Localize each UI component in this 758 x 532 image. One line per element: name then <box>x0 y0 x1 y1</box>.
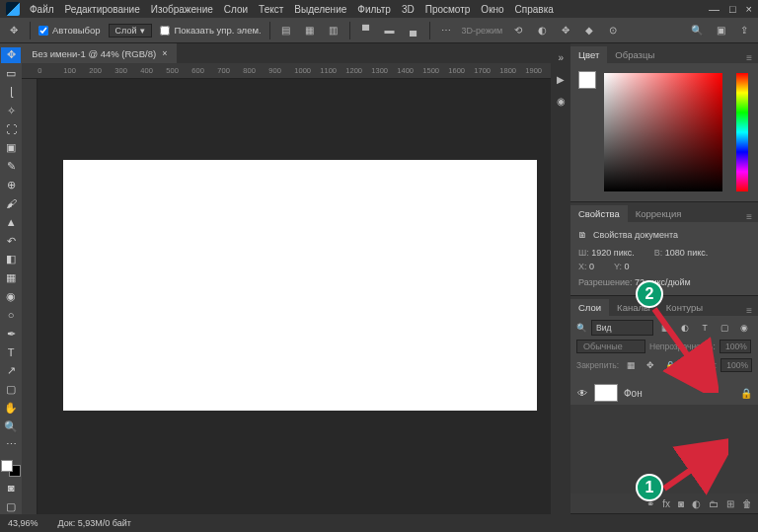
ruler-vertical[interactable] <box>22 79 38 514</box>
visibility-icon[interactable]: 👁 <box>576 388 588 399</box>
share-icon[interactable]: ⇪ <box>736 23 752 38</box>
layer-filter[interactable]: Вид <box>591 320 653 336</box>
foreground-color[interactable] <box>578 71 596 89</box>
tool-lasso[interactable]: ɭ <box>1 85 21 101</box>
tool-quickmask[interactable]: ◙ <box>1 480 21 495</box>
tool-screenmode[interactable]: ▢ <box>1 498 21 514</box>
new-layer-icon[interactable]: ⊞ <box>726 498 734 509</box>
doc-info[interactable]: Док: 5,93M/0 байт <box>58 518 131 528</box>
color-swatches[interactable] <box>1 460 21 478</box>
tab-close-icon[interactable]: × <box>162 48 167 58</box>
blend-mode-dropdown[interactable]: Обычные <box>576 340 645 353</box>
expand-panels-icon[interactable]: » <box>553 49 568 65</box>
panel-menu-icon[interactable]: ≡ <box>740 52 758 63</box>
tool-hand[interactable]: ✋ <box>1 400 21 416</box>
tool-blur[interactable]: ◉ <box>1 289 21 305</box>
align-right-icon[interactable]: ▥ <box>326 23 341 38</box>
align-bottom-icon[interactable]: ▄ <box>406 23 421 38</box>
tool-brush[interactable]: 🖌 <box>1 196 21 212</box>
menu-3d[interactable]: 3D <box>402 4 415 15</box>
layer-mask-icon[interactable]: ◙ <box>678 498 684 509</box>
group-icon[interactable]: 🗀 <box>709 498 719 509</box>
tool-path[interactable]: ↗ <box>1 363 21 379</box>
menu-select[interactable]: Выделение <box>294 4 346 15</box>
tool-pen[interactable]: ✒ <box>1 326 21 342</box>
layer-thumb[interactable] <box>594 384 618 402</box>
color-picker[interactable] <box>604 73 722 191</box>
tool-marquee[interactable]: ▭ <box>1 66 21 82</box>
minimize-icon[interactable]: — <box>709 3 720 15</box>
tool-healing[interactable]: ⊕ <box>1 178 21 193</box>
3d-roll-icon[interactable]: ◐ <box>534 23 550 38</box>
workspace-icon[interactable]: ▣ <box>713 23 728 38</box>
lock-all-icon[interactable]: 🔒 <box>662 357 678 373</box>
tool-wand[interactable]: ✧ <box>1 103 21 118</box>
search-icon[interactable]: 🔍 <box>689 23 705 38</box>
filter-smart-icon[interactable]: ◉ <box>736 320 752 336</box>
filter-adjust-icon[interactable]: ◐ <box>677 320 693 336</box>
align-middle-icon[interactable]: ▬ <box>382 23 398 38</box>
tool-gradient[interactable]: ▦ <box>1 270 21 286</box>
close-icon[interactable]: × <box>746 3 752 15</box>
panel-menu-icon-2[interactable]: ≡ <box>740 211 758 222</box>
layer-style-icon[interactable]: fx <box>662 498 670 509</box>
opacity-value[interactable]: 100% <box>720 340 751 353</box>
tool-eyedropper[interactable]: ✎ <box>1 159 21 175</box>
lock-icon[interactable]: 🔒 <box>740 388 752 399</box>
maximize-icon[interactable]: □ <box>729 3 736 15</box>
delete-layer-icon[interactable]: 🗑 <box>742 498 752 509</box>
hue-slider[interactable] <box>736 73 748 191</box>
tool-stamp[interactable]: ▲ <box>1 214 21 230</box>
auto-select-check[interactable]: Автовыбор <box>38 25 101 36</box>
tool-dodge[interactable]: ○ <box>1 307 21 323</box>
tool-text[interactable]: T <box>1 344 21 360</box>
layer-dropdown[interactable]: Слой▾ <box>109 24 153 38</box>
align-top-icon[interactable]: ▀ <box>358 23 374 38</box>
filter-pixel-icon[interactable]: ▦ <box>657 320 673 336</box>
canvas-viewport[interactable] <box>38 79 551 514</box>
filter-text-icon[interactable]: T <box>697 320 713 336</box>
tab-color[interactable]: Цвет <box>570 46 607 63</box>
menu-file[interactable]: Файл <box>30 4 54 15</box>
canvas[interactable] <box>63 160 537 411</box>
lock-pixels-icon[interactable]: ▦ <box>623 357 639 373</box>
align-center-icon[interactable]: ▦ <box>302 23 318 38</box>
tool-edit-toolbar[interactable]: ⋯ <box>1 437 21 453</box>
menu-filter[interactable]: Фильтр <box>357 4 391 15</box>
tool-crop[interactable]: ⛶ <box>1 121 21 137</box>
menu-image[interactable]: Изображение <box>151 4 213 15</box>
layer-row[interactable]: 👁 Фон 🔒 <box>570 381 758 405</box>
filter-shape-icon[interactable]: ▢ <box>717 320 732 336</box>
menu-view[interactable]: Просмотр <box>425 4 471 15</box>
panel-menu-icon-3[interactable]: ≡ <box>740 305 758 316</box>
3d-orbit-icon[interactable]: ⟲ <box>510 23 526 38</box>
distribute-icon[interactable]: ⋯ <box>438 23 454 38</box>
tab-swatches[interactable]: Образцы <box>607 46 662 63</box>
lock-position-icon[interactable]: ✥ <box>643 357 658 373</box>
menu-window[interactable]: Окно <box>481 4 503 15</box>
tool-eraser[interactable]: ◧ <box>1 252 21 267</box>
show-controls-check[interactable]: Показать упр. элем. <box>160 25 261 36</box>
zoom-level[interactable]: 43,96% <box>8 518 38 528</box>
menu-edit[interactable]: Редактирование <box>65 4 140 15</box>
tool-shape[interactable]: ▢ <box>1 382 21 398</box>
menu-layers[interactable]: Слои <box>224 4 248 15</box>
3d-zoom-icon[interactable]: ⊙ <box>605 23 621 38</box>
document-tab[interactable]: Без имени-1 @ 44% (RGB/8) × <box>22 43 177 63</box>
tool-history[interactable]: ↶ <box>1 233 21 249</box>
adjustment-layer-icon[interactable]: ◐ <box>692 498 701 509</box>
ruler-horizontal[interactable]: 0100200300400500600700800900100011001200… <box>22 63 551 79</box>
tool-move[interactable]: ✥ <box>1 47 21 63</box>
tab-layers[interactable]: Слои <box>570 299 609 316</box>
panel-icon[interactable]: ▶ <box>553 71 568 87</box>
layer-name[interactable]: Фон <box>624 388 643 399</box>
tool-frame[interactable]: ▣ <box>1 140 21 156</box>
fill-value[interactable]: 100% <box>720 358 752 372</box>
tab-adjustments[interactable]: Коррекция <box>628 205 690 222</box>
tool-zoom[interactable]: 🔍 <box>1 418 21 434</box>
align-left-icon[interactable]: ▤ <box>278 23 294 38</box>
menu-text[interactable]: Текст <box>259 4 283 15</box>
tab-paths[interactable]: Контуры <box>658 299 711 316</box>
3d-pan-icon[interactable]: ✥ <box>558 23 573 38</box>
menu-help[interactable]: Справка <box>515 4 554 15</box>
